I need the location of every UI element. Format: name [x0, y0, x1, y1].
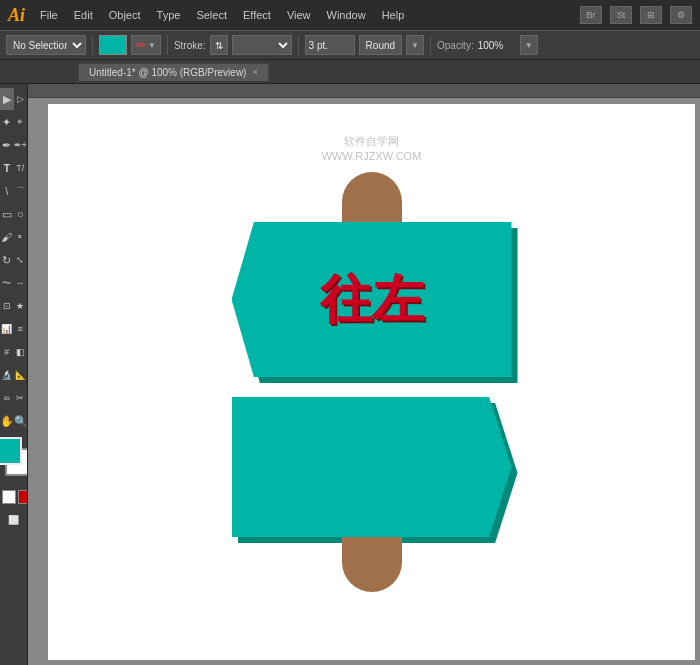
menu-object[interactable]: Object — [104, 7, 146, 23]
illustration: 往左 — [232, 172, 512, 592]
ruler-top — [28, 84, 700, 98]
free-transform-tool[interactable]: ⊡ — [0, 295, 14, 317]
add-anchor-tool[interactable]: ✒+ — [14, 134, 28, 156]
tab-close-button[interactable]: × — [252, 67, 257, 77]
rotate-tool[interactable]: ↻ — [0, 249, 14, 271]
type-on-path-tool[interactable]: T/ — [14, 157, 28, 179]
bridge-icon[interactable]: Br — [580, 6, 602, 24]
artboard-tool[interactable]: ⬜ — [2, 509, 26, 531]
tool-row-7: 🖌 ⚬ — [0, 226, 27, 248]
tool-row-10: ⊡ ★ — [0, 295, 27, 317]
mesh-tool[interactable]: # — [0, 341, 14, 363]
direct-selection-tool[interactable]: ▷ — [14, 88, 28, 110]
menu-edit[interactable]: Edit — [69, 7, 98, 23]
tool-row-bottom: ⬜ — [0, 509, 27, 531]
zoom-tool[interactable]: 🔍 — [14, 410, 28, 432]
magic-wand-tool[interactable]: ✦ — [0, 111, 14, 133]
foreground-color[interactable] — [0, 437, 22, 465]
stroke-type-button[interactable]: ✏ ▼ — [131, 35, 161, 55]
tool-row-15: ✋ 🔍 — [0, 410, 27, 432]
menu-help[interactable]: Help — [377, 7, 410, 23]
separator-1 — [92, 35, 93, 55]
tool-row-11: 📊 ≡ — [0, 318, 27, 340]
gradient-small[interactable] — [18, 490, 29, 504]
main-area: ▶ ▷ ✦ ⌖ ✒ ✒+ T T/ \ ⌒ ▭ ○ 🖌 ⚬ — [0, 84, 700, 665]
selection-tool[interactable]: ▶ — [0, 88, 14, 110]
eyedropper-tool[interactable]: 🔬 — [0, 364, 14, 386]
gradient-tool[interactable]: ◧ — [14, 341, 28, 363]
opacity-dropdown-button[interactable]: ▼ — [520, 35, 538, 55]
menu-type[interactable]: Type — [152, 7, 186, 23]
canvas-area: 软件自学网 WWW.RJZXW.COM 往左 — [28, 84, 700, 665]
bar-graph-tool[interactable]: ≡ — [14, 318, 28, 340]
grid-icon[interactable]: ⊞ — [640, 6, 662, 24]
color-swatch-area: ⇄ □ — [0, 437, 28, 487]
arc-tool[interactable]: ⌒ — [14, 180, 28, 202]
sign-bottom — [232, 397, 512, 537]
stroke-width-input[interactable] — [305, 35, 355, 55]
scale-tool[interactable]: ⤡ — [14, 249, 28, 271]
width-tool[interactable]: ↔ — [14, 272, 28, 294]
selection-dropdown[interactable]: No Selection — [6, 35, 86, 55]
menu-effect[interactable]: Effect — [238, 7, 276, 23]
column-graph-tool[interactable]: 📊 — [0, 318, 14, 340]
separator-2 — [167, 35, 168, 55]
line-tool[interactable]: \ — [0, 180, 14, 202]
menu-window[interactable]: Window — [322, 7, 371, 23]
sign-bottom-shape — [232, 397, 512, 537]
symbol-tool[interactable]: ★ — [14, 295, 28, 317]
separator-4 — [430, 35, 431, 55]
lasso-tool[interactable]: ⌖ — [14, 111, 28, 133]
tool-row-6: ▭ ○ — [0, 203, 27, 225]
round-dropdown-button[interactable]: ▼ — [406, 35, 424, 55]
measure-tool[interactable]: 📐 — [14, 364, 28, 386]
slice-tool[interactable]: ✂ — [14, 387, 28, 409]
artboard[interactable]: 软件自学网 WWW.RJZXW.COM 往左 — [48, 104, 695, 660]
rect-tool[interactable]: ▭ — [0, 203, 14, 225]
watermark: 软件自学网 WWW.RJZXW.COM — [322, 134, 422, 165]
app-logo: Ai — [8, 5, 25, 26]
sign-bottom-wrapper — [232, 397, 512, 537]
tool-row-12: # ◧ — [0, 341, 27, 363]
options-toolbar: No Selection ✏ ▼ Stroke: ⇅ Round ▼ Opaci… — [0, 30, 700, 60]
stroke-dropdown[interactable] — [232, 35, 292, 55]
pen-tool[interactable]: ✒ — [0, 134, 14, 156]
stroke-label: Stroke: — [174, 40, 206, 51]
paintbrush-tool[interactable]: 🖌 — [0, 226, 14, 248]
sign-top-shape: 往左 — [232, 222, 512, 377]
title-bar: Ai File Edit Object Type Select Effect V… — [0, 0, 700, 30]
tool-row-13: 🔬 📐 — [0, 364, 27, 386]
user-icon[interactable]: ⚙ — [670, 6, 692, 24]
sign-top: 往左 — [232, 222, 512, 377]
tab-title: Untitled-1* @ 100% (RGB/Preview) — [89, 67, 246, 78]
menu-file[interactable]: File — [35, 7, 63, 23]
sign-top-wrapper: 往左 — [232, 222, 512, 377]
fill-color-swatch[interactable] — [99, 35, 127, 55]
warp-tool[interactable]: 〜 — [0, 272, 14, 294]
tool-row-14: ∞ ✂ — [0, 387, 27, 409]
none-color-small[interactable] — [2, 490, 16, 504]
opacity-value: 100% — [478, 40, 516, 51]
tool-row-5: \ ⌒ — [0, 180, 27, 202]
small-color-row — [2, 490, 29, 504]
ellipse-tool[interactable]: ○ — [14, 203, 28, 225]
hand-tool[interactable]: ✋ — [0, 410, 14, 432]
tool-row-9: 〜 ↔ — [0, 272, 27, 294]
tool-row-3: ✒ ✒+ — [0, 134, 27, 156]
menu-select[interactable]: Select — [191, 7, 232, 23]
stroke-options-button[interactable]: ⇅ — [210, 35, 228, 55]
blend-tool[interactable]: ∞ — [0, 387, 14, 409]
menu-view[interactable]: View — [282, 7, 316, 23]
tool-row-4: T T/ — [0, 157, 27, 179]
sign-top-text: 往左 — [320, 265, 424, 335]
document-tab[interactable]: Untitled-1* @ 100% (RGB/Preview) × — [78, 63, 269, 81]
tabs-bar: Untitled-1* @ 100% (RGB/Preview) × — [0, 60, 700, 84]
round-label-box: Round — [359, 35, 402, 55]
separator-3 — [298, 35, 299, 55]
blob-brush-tool[interactable]: ⚬ — [14, 226, 28, 248]
tool-row-8: ↻ ⤡ — [0, 249, 27, 271]
stock-icon[interactable]: St — [610, 6, 632, 24]
type-tool[interactable]: T — [0, 157, 14, 179]
tool-row-2: ✦ ⌖ — [0, 111, 27, 133]
opacity-label: Opacity: — [437, 40, 474, 51]
